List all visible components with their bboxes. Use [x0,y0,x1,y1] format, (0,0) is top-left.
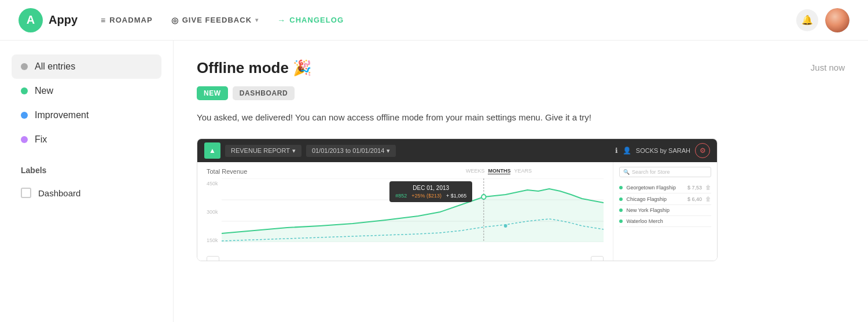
logo-area: A Appy [19,8,78,32]
screenshot-preview: ▲ REVENUE REPORT ▾ 01/01/2013 to 01/01/2… [197,138,718,261]
y-axis: 450k 300k 150k [207,178,222,254]
chart-area: Total Revenue WEEKS MONTHS YEARS 450k 30… [197,162,613,261]
store-dot-4 [619,219,623,223]
chevron-icon: ▾ [292,147,296,155]
new-dot [21,87,28,94]
settings-button[interactable]: ⚙ [695,143,710,158]
store-delete-2[interactable]: 🗑 [705,196,711,202]
arrow-right-icon: → [277,16,286,25]
entry-timestamp: Just now [811,63,845,72]
logo-icon: A [19,8,43,32]
tag-new: NEW [197,86,228,100]
filter-section: All entries New Improvement Fix [12,54,161,152]
store-item-2: Chicago Flagship $ 6,40 🗑 [619,193,711,205]
sidebar: All entries New Improvement Fix Labels D… [0,41,174,322]
dashboard-checkbox[interactable] [21,188,31,198]
main-content: Offline mode 🎉 Just now NEW DASHBOARD Yo… [174,41,868,322]
improvement-dot [21,112,28,119]
date-range-dropdown[interactable]: 01/01/2013 to 01/01/2014 ▾ [306,145,396,157]
sidebar-item-new[interactable]: New [12,79,161,103]
main-nav: ≡ ROADMAP ◎ GIVE FEEDBACK ▾ → CHANGELOG [101,16,796,25]
entry-tags: NEW DASHBOARD [197,86,845,100]
chart-nav: ‹ › [207,256,604,261]
roadmap-icon: ≡ [101,16,106,25]
entry-description: You asked, we delivered! You can now acc… [197,111,845,125]
chart-tab-weeks[interactable]: WEEKS [466,168,485,174]
main-layout: All entries New Improvement Fix Labels D… [0,41,868,322]
search-icon: 🔍 [623,169,630,175]
tooltip-values: #852 +25% ($213) + $1,065 [395,193,466,199]
store-search[interactable]: 🔍 Search for Store [619,167,711,177]
chevron-icon: ▾ [387,147,390,155]
store-dot-1 [619,186,623,189]
nav-roadmap[interactable]: ≡ ROADMAP [101,16,153,25]
chart-tab-months[interactable]: MONTHS [488,168,510,174]
chart-svg-wrapper: DEC 01, 2013 #852 +25% ($213) + $1,065 [222,178,604,254]
notification-button[interactable]: 🔔 [796,9,818,31]
app-content: Total Revenue WEEKS MONTHS YEARS 450k 30… [197,162,717,261]
app-logo-btn: ▲ [204,142,220,159]
nav-give-feedback[interactable]: ◎ GIVE FEEDBACK ▾ [171,16,259,25]
store-item-1: Georgetown Flagship $ 7,53 🗑 [619,182,711,193]
chevron-down-icon: ▾ [255,17,259,23]
store-dot-2 [619,197,623,201]
svg-point-6 [481,195,486,199]
header-right: 🔔 [796,8,849,32]
app-sidebar-right: 🔍 Search for Store Georgetown Flagship $… [613,162,717,261]
info-icon: ℹ [615,147,618,155]
report-dropdown[interactable]: REVENUE REPORT ▾ [225,145,301,157]
entry-header: Offline mode 🎉 Just now [197,59,845,77]
svg-point-7 [503,224,507,228]
nav-changelog[interactable]: → CHANGELOG [277,16,344,25]
feedback-icon: ◎ [171,16,179,25]
sidebar-item-improvement[interactable]: Improvement [12,103,161,127]
chart-prev-button[interactable]: ‹ [207,256,219,261]
chart-tabs: WEEKS MONTHS YEARS [466,168,532,174]
bell-icon: 🔔 [801,14,813,25]
user-avatar-image [825,8,849,32]
tag-dashboard: DASHBOARD [233,86,295,100]
logo-name: Appy [49,13,78,27]
labels-title: Labels [21,166,152,175]
chart-title: Total Revenue [207,168,604,175]
entry-title: Offline mode 🎉 [197,59,311,77]
toolbar-right: ℹ 👤 SOCKS by SARAH ⚙ [615,143,710,158]
app-toolbar: ▲ REVENUE REPORT ▾ 01/01/2013 to 01/01/2… [197,139,717,162]
chart-tab-years[interactable]: YEARS [514,168,532,174]
labels-section: Labels Dashboard [12,166,161,204]
store-delete-1[interactable]: 🗑 [705,184,711,191]
store-dot-3 [619,208,623,212]
sidebar-label-dashboard[interactable]: Dashboard [21,182,152,204]
store-item-3: New York Flagship [619,205,711,216]
sidebar-item-fix[interactable]: Fix [12,127,161,152]
all-entries-dot [21,63,28,70]
user-icon: 👤 [623,147,631,155]
chart-tooltip: DEC 01, 2013 #852 +25% ($213) + $1,065 [389,181,472,202]
avatar[interactable] [825,8,849,32]
fix-dot [21,136,28,143]
sidebar-item-all-entries[interactable]: All entries [12,54,161,79]
store-item-4: Waterloo Merch [619,216,711,227]
header: A Appy ≡ ROADMAP ◎ GIVE FEEDBACK ▾ → CHA… [0,0,868,41]
chart-container: 450k 300k 150k [207,178,604,254]
chart-next-button[interactable]: › [591,256,604,261]
